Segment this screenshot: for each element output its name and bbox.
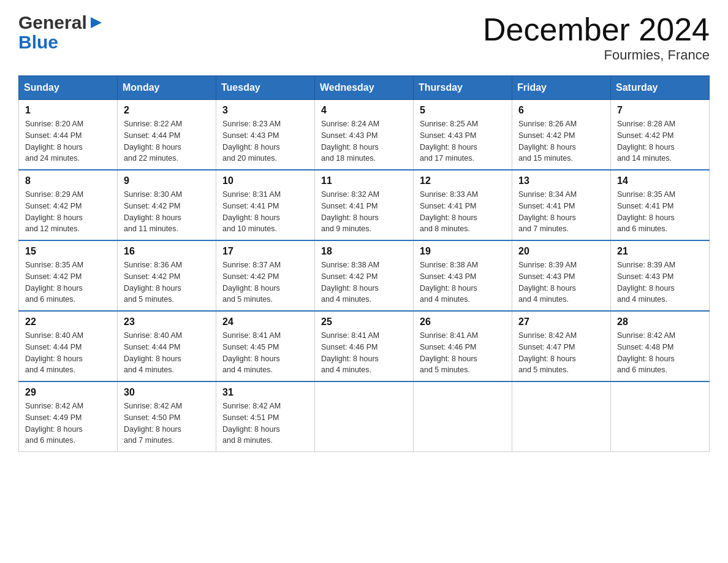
calendar-week-row-2: 8Sunrise: 8:29 AMSunset: 4:42 PMDaylight… bbox=[19, 170, 710, 240]
calendar-cell: 3Sunrise: 8:23 AMSunset: 4:43 PMDaylight… bbox=[216, 100, 315, 170]
calendar-cell: 18Sunrise: 8:38 AMSunset: 4:42 PMDayligh… bbox=[315, 240, 414, 311]
calendar-cell: 14Sunrise: 8:35 AMSunset: 4:41 PMDayligh… bbox=[611, 170, 710, 240]
day-number: 8 bbox=[25, 175, 111, 186]
calendar-cell: 27Sunrise: 8:42 AMSunset: 4:47 PMDayligh… bbox=[512, 311, 611, 381]
day-info: Sunrise: 8:42 AMSunset: 4:47 PMDaylight:… bbox=[518, 330, 604, 376]
calendar-cell bbox=[414, 381, 512, 452]
logo-arrow-icon bbox=[89, 16, 103, 32]
calendar-cell: 31Sunrise: 8:42 AMSunset: 4:51 PMDayligh… bbox=[216, 381, 315, 452]
calendar-cell: 22Sunrise: 8:40 AMSunset: 4:44 PMDayligh… bbox=[19, 311, 118, 381]
day-info: Sunrise: 8:35 AMSunset: 4:42 PMDaylight:… bbox=[25, 259, 111, 305]
day-info: Sunrise: 8:41 AMSunset: 4:46 PMDaylight:… bbox=[420, 330, 506, 376]
day-info: Sunrise: 8:39 AMSunset: 4:43 PMDaylight:… bbox=[518, 259, 604, 305]
calendar-cell: 6Sunrise: 8:26 AMSunset: 4:42 PMDaylight… bbox=[512, 100, 611, 170]
calendar-cell: 28Sunrise: 8:42 AMSunset: 4:48 PMDayligh… bbox=[611, 311, 710, 381]
day-info: Sunrise: 8:25 AMSunset: 4:43 PMDaylight:… bbox=[420, 118, 506, 164]
day-number: 25 bbox=[321, 316, 407, 327]
calendar-table: SundayMondayTuesdayWednesdayThursdayFrid… bbox=[18, 75, 710, 452]
day-number: 6 bbox=[518, 105, 604, 116]
logo: General Blue bbox=[18, 12, 103, 52]
day-number: 11 bbox=[321, 175, 407, 186]
calendar-cell: 5Sunrise: 8:25 AMSunset: 4:43 PMDaylight… bbox=[414, 100, 512, 170]
day-info: Sunrise: 8:26 AMSunset: 4:42 PMDaylight:… bbox=[518, 118, 604, 164]
day-number: 26 bbox=[420, 316, 506, 327]
calendar-header-thursday: Thursday bbox=[414, 76, 512, 100]
calendar-week-row-3: 15Sunrise: 8:35 AMSunset: 4:42 PMDayligh… bbox=[19, 240, 710, 311]
day-info: Sunrise: 8:41 AMSunset: 4:45 PMDaylight:… bbox=[222, 330, 308, 376]
day-info: Sunrise: 8:37 AMSunset: 4:42 PMDaylight:… bbox=[222, 259, 308, 305]
day-info: Sunrise: 8:36 AMSunset: 4:42 PMDaylight:… bbox=[124, 259, 210, 305]
day-info: Sunrise: 8:23 AMSunset: 4:43 PMDaylight:… bbox=[222, 118, 308, 164]
calendar-cell: 4Sunrise: 8:24 AMSunset: 4:43 PMDaylight… bbox=[315, 100, 414, 170]
calendar-week-row-1: 1Sunrise: 8:20 AMSunset: 4:44 PMDaylight… bbox=[19, 100, 710, 170]
calendar-cell: 20Sunrise: 8:39 AMSunset: 4:43 PMDayligh… bbox=[512, 240, 611, 311]
day-number: 3 bbox=[222, 105, 308, 116]
day-number: 31 bbox=[222, 387, 308, 398]
day-info: Sunrise: 8:22 AMSunset: 4:44 PMDaylight:… bbox=[124, 118, 210, 164]
day-info: Sunrise: 8:38 AMSunset: 4:42 PMDaylight:… bbox=[321, 259, 407, 305]
day-info: Sunrise: 8:40 AMSunset: 4:44 PMDaylight:… bbox=[25, 330, 111, 376]
day-number: 12 bbox=[420, 175, 506, 186]
calendar-cell: 17Sunrise: 8:37 AMSunset: 4:42 PMDayligh… bbox=[216, 240, 315, 311]
calendar-header-wednesday: Wednesday bbox=[315, 76, 414, 100]
day-info: Sunrise: 8:33 AMSunset: 4:41 PMDaylight:… bbox=[420, 189, 506, 235]
day-info: Sunrise: 8:41 AMSunset: 4:46 PMDaylight:… bbox=[321, 330, 407, 376]
calendar-header-tuesday: Tuesday bbox=[216, 76, 315, 100]
day-number: 14 bbox=[617, 175, 703, 186]
calendar-cell: 15Sunrise: 8:35 AMSunset: 4:42 PMDayligh… bbox=[19, 240, 118, 311]
calendar-cell: 13Sunrise: 8:34 AMSunset: 4:41 PMDayligh… bbox=[512, 170, 611, 240]
calendar-cell: 19Sunrise: 8:38 AMSunset: 4:43 PMDayligh… bbox=[414, 240, 512, 311]
calendar-cell: 7Sunrise: 8:28 AMSunset: 4:42 PMDaylight… bbox=[611, 100, 710, 170]
day-info: Sunrise: 8:30 AMSunset: 4:42 PMDaylight:… bbox=[124, 189, 210, 235]
day-number: 5 bbox=[420, 105, 506, 116]
day-number: 7 bbox=[617, 105, 703, 116]
calendar-cell: 21Sunrise: 8:39 AMSunset: 4:43 PMDayligh… bbox=[611, 240, 710, 311]
day-info: Sunrise: 8:39 AMSunset: 4:43 PMDaylight:… bbox=[617, 259, 703, 305]
day-number: 17 bbox=[222, 246, 308, 257]
calendar-cell: 26Sunrise: 8:41 AMSunset: 4:46 PMDayligh… bbox=[414, 311, 512, 381]
calendar-cell: 10Sunrise: 8:31 AMSunset: 4:41 PMDayligh… bbox=[216, 170, 315, 240]
day-number: 15 bbox=[25, 246, 111, 257]
day-number: 27 bbox=[518, 316, 604, 327]
day-number: 30 bbox=[124, 387, 210, 398]
day-info: Sunrise: 8:29 AMSunset: 4:42 PMDaylight:… bbox=[25, 189, 111, 235]
calendar-cell: 8Sunrise: 8:29 AMSunset: 4:42 PMDaylight… bbox=[19, 170, 118, 240]
calendar-header-monday: Monday bbox=[118, 76, 216, 100]
day-info: Sunrise: 8:35 AMSunset: 4:41 PMDaylight:… bbox=[617, 189, 703, 235]
logo-blue-text: Blue bbox=[18, 33, 58, 52]
day-number: 20 bbox=[518, 246, 604, 257]
calendar-header-friday: Friday bbox=[512, 76, 611, 100]
calendar-cell bbox=[315, 381, 414, 452]
calendar-cell: 30Sunrise: 8:42 AMSunset: 4:50 PMDayligh… bbox=[118, 381, 216, 452]
day-number: 4 bbox=[321, 105, 407, 116]
calendar-cell: 1Sunrise: 8:20 AMSunset: 4:44 PMDaylight… bbox=[19, 100, 118, 170]
svg-marker-0 bbox=[91, 17, 102, 28]
day-info: Sunrise: 8:42 AMSunset: 4:48 PMDaylight:… bbox=[617, 330, 703, 376]
calendar-cell bbox=[512, 381, 611, 452]
day-number: 10 bbox=[222, 175, 308, 186]
day-info: Sunrise: 8:42 AMSunset: 4:51 PMDaylight:… bbox=[222, 400, 308, 446]
day-info: Sunrise: 8:38 AMSunset: 4:43 PMDaylight:… bbox=[420, 259, 506, 305]
day-number: 18 bbox=[321, 246, 407, 257]
day-info: Sunrise: 8:24 AMSunset: 4:43 PMDaylight:… bbox=[321, 118, 407, 164]
calendar-week-row-4: 22Sunrise: 8:40 AMSunset: 4:44 PMDayligh… bbox=[19, 311, 710, 381]
day-number: 24 bbox=[222, 316, 308, 327]
calendar-header-row: SundayMondayTuesdayWednesdayThursdayFrid… bbox=[19, 76, 710, 100]
month-title: December 2024 bbox=[483, 12, 710, 47]
day-info: Sunrise: 8:40 AMSunset: 4:44 PMDaylight:… bbox=[124, 330, 210, 376]
calendar-cell: 2Sunrise: 8:22 AMSunset: 4:44 PMDaylight… bbox=[118, 100, 216, 170]
calendar-header-sunday: Sunday bbox=[19, 76, 118, 100]
day-number: 2 bbox=[124, 105, 210, 116]
title-section: December 2024 Fourmies, France bbox=[483, 12, 710, 63]
day-number: 19 bbox=[420, 246, 506, 257]
day-number: 13 bbox=[518, 175, 604, 186]
calendar-header-saturday: Saturday bbox=[611, 76, 710, 100]
logo-row1: General bbox=[18, 12, 103, 33]
calendar-week-row-5: 29Sunrise: 8:42 AMSunset: 4:49 PMDayligh… bbox=[19, 381, 710, 452]
calendar-cell: 12Sunrise: 8:33 AMSunset: 4:41 PMDayligh… bbox=[414, 170, 512, 240]
day-number: 23 bbox=[124, 316, 210, 327]
calendar-cell: 23Sunrise: 8:40 AMSunset: 4:44 PMDayligh… bbox=[118, 311, 216, 381]
calendar-cell: 11Sunrise: 8:32 AMSunset: 4:41 PMDayligh… bbox=[315, 170, 414, 240]
day-number: 1 bbox=[25, 105, 111, 116]
day-number: 21 bbox=[617, 246, 703, 257]
